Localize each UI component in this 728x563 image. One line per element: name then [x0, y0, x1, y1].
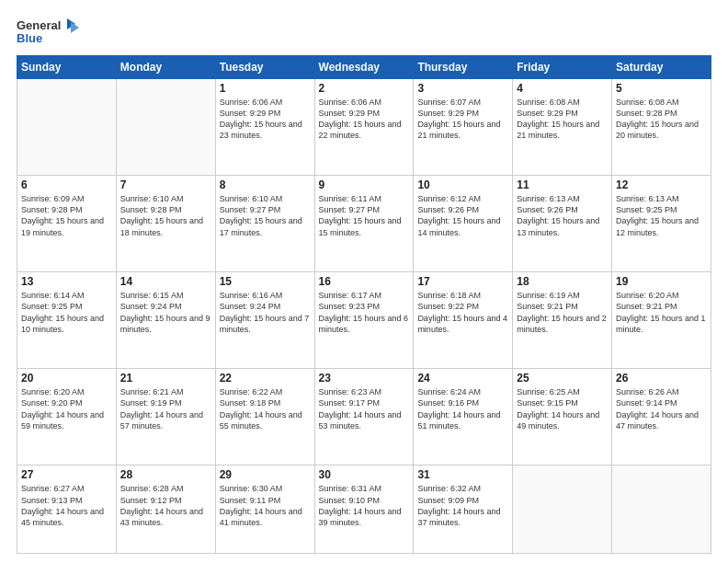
cell-info: Sunrise: 6:08 AM Sunset: 9:29 PM Dayligh… [517, 97, 608, 142]
calendar-cell: 24Sunrise: 6:24 AM Sunset: 9:16 PM Dayli… [414, 369, 513, 465]
calendar-cell: 30Sunrise: 6:31 AM Sunset: 9:10 PM Dayli… [314, 465, 414, 554]
cell-info: Sunrise: 6:15 AM Sunset: 9:24 PM Dayligh… [120, 290, 211, 335]
calendar-cell: 28Sunrise: 6:28 AM Sunset: 9:12 PM Dayli… [116, 465, 215, 554]
calendar-cell: 2Sunrise: 6:06 AM Sunset: 9:29 PM Daylig… [314, 79, 414, 176]
cell-info: Sunrise: 6:16 AM Sunset: 9:24 PM Dayligh… [220, 290, 311, 335]
cell-info: Sunrise: 6:27 AM Sunset: 9:13 PM Dayligh… [21, 483, 112, 528]
day-number: 6 [21, 178, 112, 191]
logo: GeneralBlue [17, 17, 81, 46]
day-number: 16 [319, 275, 410, 288]
day-number: 31 [417, 468, 508, 481]
cell-info: Sunrise: 6:06 AM Sunset: 9:29 PM Dayligh… [220, 97, 311, 142]
calendar-cell: 20Sunrise: 6:20 AM Sunset: 9:20 PM Dayli… [17, 369, 117, 465]
day-number: 29 [220, 468, 311, 481]
cell-info: Sunrise: 6:13 AM Sunset: 9:26 PM Dayligh… [517, 193, 608, 238]
calendar-cell: 19Sunrise: 6:20 AM Sunset: 9:21 PM Dayli… [612, 272, 711, 369]
day-number: 22 [220, 372, 311, 385]
day-number: 19 [616, 275, 707, 288]
cell-info: Sunrise: 6:06 AM Sunset: 9:29 PM Dayligh… [319, 97, 410, 142]
calendar-cell: 1Sunrise: 6:06 AM Sunset: 9:29 PM Daylig… [215, 79, 314, 176]
calendar-cell: 10Sunrise: 6:12 AM Sunset: 9:26 PM Dayli… [414, 176, 513, 272]
calendar-cell: 11Sunrise: 6:13 AM Sunset: 9:26 PM Dayli… [513, 176, 612, 272]
calendar-cell [513, 465, 612, 554]
svg-text:General: General [17, 18, 61, 32]
day-number: 18 [517, 275, 608, 288]
calendar-cell: 25Sunrise: 6:25 AM Sunset: 9:15 PM Dayli… [513, 369, 612, 465]
cell-info: Sunrise: 6:24 AM Sunset: 9:16 PM Dayligh… [417, 386, 508, 431]
day-number: 30 [319, 468, 410, 481]
calendar-cell: 17Sunrise: 6:18 AM Sunset: 9:22 PM Dayli… [414, 272, 513, 369]
day-number: 5 [616, 82, 707, 95]
calendar-cell: 5Sunrise: 6:08 AM Sunset: 9:28 PM Daylig… [612, 79, 711, 176]
day-header-saturday: Saturday [612, 56, 711, 79]
day-header-thursday: Thursday [414, 56, 513, 79]
cell-info: Sunrise: 6:09 AM Sunset: 9:28 PM Dayligh… [21, 193, 112, 238]
calendar-cell: 26Sunrise: 6:26 AM Sunset: 9:14 PM Dayli… [612, 369, 711, 465]
cell-info: Sunrise: 6:25 AM Sunset: 9:15 PM Dayligh… [517, 386, 608, 431]
day-number: 4 [517, 82, 608, 95]
cell-info: Sunrise: 6:32 AM Sunset: 9:09 PM Dayligh… [417, 483, 508, 528]
cell-info: Sunrise: 6:20 AM Sunset: 9:20 PM Dayligh… [21, 386, 112, 431]
cell-info: Sunrise: 6:11 AM Sunset: 9:27 PM Dayligh… [319, 193, 410, 238]
svg-text:Blue: Blue [17, 31, 42, 45]
day-number: 14 [120, 275, 211, 288]
cell-info: Sunrise: 6:20 AM Sunset: 9:21 PM Dayligh… [616, 290, 707, 335]
calendar-cell: 29Sunrise: 6:30 AM Sunset: 9:11 PM Dayli… [215, 465, 314, 554]
page: GeneralBlue SundayMondayTuesdayWednesday… [0, 0, 728, 563]
calendar-cell [17, 79, 117, 176]
calendar-cell: 18Sunrise: 6:19 AM Sunset: 9:21 PM Dayli… [513, 272, 612, 369]
day-number: 21 [120, 372, 211, 385]
cell-info: Sunrise: 6:13 AM Sunset: 9:25 PM Dayligh… [616, 193, 707, 238]
day-number: 13 [21, 275, 112, 288]
day-number: 8 [220, 178, 311, 191]
calendar-cell: 13Sunrise: 6:14 AM Sunset: 9:25 PM Dayli… [17, 272, 117, 369]
cell-info: Sunrise: 6:21 AM Sunset: 9:19 PM Dayligh… [120, 386, 211, 431]
calendar-cell: 7Sunrise: 6:10 AM Sunset: 9:28 PM Daylig… [116, 176, 215, 272]
day-number: 17 [417, 275, 508, 288]
cell-info: Sunrise: 6:30 AM Sunset: 9:11 PM Dayligh… [220, 483, 311, 528]
day-number: 1 [220, 82, 311, 95]
cell-info: Sunrise: 6:23 AM Sunset: 9:17 PM Dayligh… [319, 386, 410, 431]
day-number: 3 [417, 82, 508, 95]
cell-info: Sunrise: 6:08 AM Sunset: 9:28 PM Dayligh… [616, 97, 707, 142]
day-number: 24 [417, 372, 508, 385]
calendar-cell: 4Sunrise: 6:08 AM Sunset: 9:29 PM Daylig… [513, 79, 612, 176]
cell-info: Sunrise: 6:18 AM Sunset: 9:22 PM Dayligh… [417, 290, 508, 335]
calendar-cell [116, 79, 215, 176]
cell-info: Sunrise: 6:22 AM Sunset: 9:18 PM Dayligh… [220, 386, 311, 431]
day-header-friday: Friday [513, 56, 612, 79]
cell-info: Sunrise: 6:19 AM Sunset: 9:21 PM Dayligh… [517, 290, 608, 335]
calendar-table: SundayMondayTuesdayWednesdayThursdayFrid… [17, 55, 711, 554]
calendar-cell: 12Sunrise: 6:13 AM Sunset: 9:25 PM Dayli… [612, 176, 711, 272]
cell-info: Sunrise: 6:14 AM Sunset: 9:25 PM Dayligh… [21, 290, 112, 335]
day-number: 26 [616, 372, 707, 385]
logo-icon: GeneralBlue [17, 17, 81, 46]
day-number: 20 [21, 372, 112, 385]
day-header-sunday: Sunday [17, 56, 117, 79]
day-number: 10 [417, 178, 508, 191]
cell-info: Sunrise: 6:12 AM Sunset: 9:26 PM Dayligh… [417, 193, 508, 238]
day-number: 25 [517, 372, 608, 385]
day-number: 11 [517, 178, 608, 191]
calendar-cell: 31Sunrise: 6:32 AM Sunset: 9:09 PM Dayli… [414, 465, 513, 554]
day-header-wednesday: Wednesday [314, 56, 414, 79]
header: GeneralBlue [17, 17, 711, 46]
calendar-cell: 16Sunrise: 6:17 AM Sunset: 9:23 PM Dayli… [314, 272, 414, 369]
day-number: 7 [120, 178, 211, 191]
day-number: 9 [319, 178, 410, 191]
day-header-monday: Monday [116, 56, 215, 79]
cell-info: Sunrise: 6:07 AM Sunset: 9:29 PM Dayligh… [417, 97, 508, 142]
calendar-cell: 14Sunrise: 6:15 AM Sunset: 9:24 PM Dayli… [116, 272, 215, 369]
cell-info: Sunrise: 6:31 AM Sunset: 9:10 PM Dayligh… [319, 483, 410, 528]
day-number: 2 [319, 82, 410, 95]
day-header-tuesday: Tuesday [215, 56, 314, 79]
cell-info: Sunrise: 6:10 AM Sunset: 9:27 PM Dayligh… [220, 193, 311, 238]
calendar-cell: 27Sunrise: 6:27 AM Sunset: 9:13 PM Dayli… [17, 465, 117, 554]
cell-info: Sunrise: 6:17 AM Sunset: 9:23 PM Dayligh… [319, 290, 410, 335]
calendar-cell: 9Sunrise: 6:11 AM Sunset: 9:27 PM Daylig… [314, 176, 414, 272]
cell-info: Sunrise: 6:26 AM Sunset: 9:14 PM Dayligh… [616, 386, 707, 431]
calendar-cell: 15Sunrise: 6:16 AM Sunset: 9:24 PM Dayli… [215, 272, 314, 369]
calendar-cell: 3Sunrise: 6:07 AM Sunset: 9:29 PM Daylig… [414, 79, 513, 176]
calendar-cell [612, 465, 711, 554]
calendar-cell: 22Sunrise: 6:22 AM Sunset: 9:18 PM Dayli… [215, 369, 314, 465]
